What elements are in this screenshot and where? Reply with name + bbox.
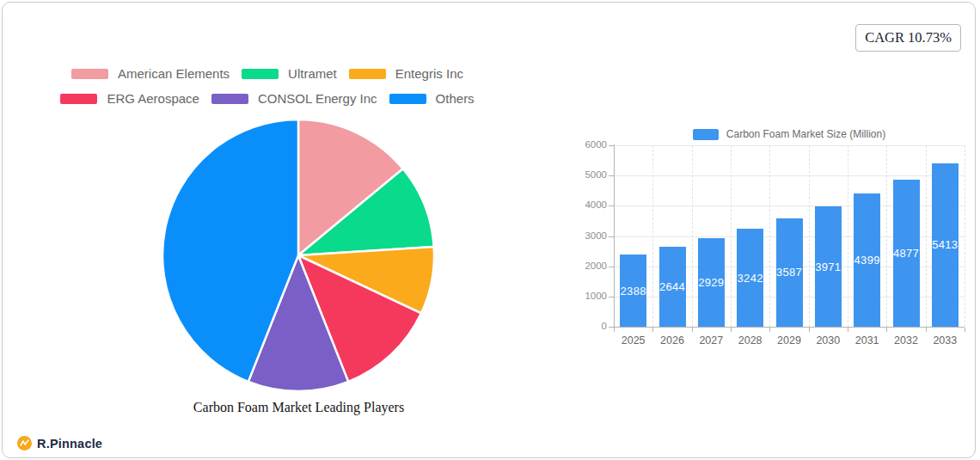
x-tick (809, 328, 810, 332)
h-gridline (614, 145, 965, 146)
x-tick (965, 328, 965, 332)
pie-legend: American ElementsUltrametEntegris IncERG… (0, 66, 535, 106)
legend-label: CONSOL Energy Inc (258, 91, 377, 106)
bar-2029[interactable]: 3587 (776, 218, 803, 327)
bar-value-label: 3242 (738, 272, 763, 285)
legend-label: Entegris Inc (395, 66, 463, 81)
bar-2028[interactable]: 3242 (737, 229, 763, 327)
legend-item-erg-aerospace[interactable]: ERG Aerospace (60, 91, 199, 106)
report-page: CAGR 10.73% American ElementsUltrametEnt… (0, 0, 980, 460)
bar-legend-swatch (693, 129, 719, 140)
legend-swatch (242, 69, 279, 79)
x-axis-label: 2032 (886, 334, 926, 347)
brand-name: R.Pinnacle (37, 437, 102, 451)
bar-2026[interactable]: 2644 (659, 247, 686, 327)
x-tick (692, 328, 693, 332)
legend-label: Others (436, 91, 475, 106)
x-tick (848, 328, 848, 332)
bar-chart: Carbon Foam Market Size (Million) 238826… (571, 125, 980, 353)
x-axis-label: 2028 (731, 334, 770, 347)
v-gridline (652, 145, 653, 327)
legend-swatch (211, 94, 248, 104)
y-axis-label: 6000 (571, 139, 607, 150)
bar-plot-area: 238826442929324235873971439948775413 (614, 145, 965, 327)
pie-chart-title: Carbon Foam Market Leading Players (32, 400, 566, 415)
bar-value-label: 4877 (893, 247, 919, 260)
legend-item-entegris-inc[interactable]: Entegris Inc (349, 66, 463, 81)
bar-2033[interactable]: 5413 (932, 163, 959, 327)
bar-2032[interactable]: 4877 (893, 180, 920, 328)
legend-swatch (71, 69, 108, 79)
bar-value-label: 3587 (776, 266, 802, 279)
v-gridline (769, 145, 770, 327)
h-gridline (614, 175, 965, 176)
x-tick (652, 328, 653, 332)
x-axis-label: 2031 (848, 334, 887, 347)
legend-item-ultramet[interactable]: Ultramet (242, 66, 337, 81)
v-gridline (809, 145, 810, 327)
bar-value-label: 3971 (815, 261, 841, 273)
legend-swatch (389, 94, 426, 104)
y-axis-label: 2000 (571, 261, 607, 271)
zigzag-spark-icon (17, 436, 32, 451)
bar-value-label: 2929 (698, 276, 724, 289)
legend-item-others[interactable]: Others (389, 91, 475, 106)
bar-value-label: 2388 (621, 285, 646, 297)
v-gridline (848, 145, 848, 327)
legend-label: ERG Aerospace (107, 91, 199, 106)
legend-label: American Elements (118, 66, 230, 81)
pie-legend-row: American ElementsUltrametEntegris Inc (71, 66, 463, 81)
y-axis-label: 5000 (571, 169, 607, 180)
x-axis-line (609, 327, 965, 328)
x-tick (769, 328, 770, 332)
v-gridline (731, 145, 732, 327)
x-tick (886, 328, 887, 332)
bar-2030[interactable]: 3971 (815, 206, 842, 327)
y-axis-label: 3000 (571, 230, 607, 241)
bar-legend-label: Carbon Foam Market Size (Million) (726, 128, 885, 140)
x-axis-label: 2033 (925, 334, 965, 347)
y-axis-label: 0 (571, 321, 607, 331)
v-gridline (965, 145, 965, 327)
legend-item-american-elements[interactable]: American Elements (71, 66, 230, 81)
x-axis-label: 2026 (652, 334, 692, 347)
x-tick (926, 328, 927, 332)
brand-logo: R.Pinnacle (17, 436, 102, 451)
x-axis-label: 2029 (769, 334, 809, 347)
x-axis-label: 2030 (808, 334, 848, 347)
y-axis-label: 1000 (571, 291, 607, 301)
legend-swatch (349, 69, 386, 79)
legend-label: Ultramet (288, 66, 337, 81)
v-gridline (926, 145, 927, 327)
x-axis-label: 2027 (691, 334, 731, 347)
x-tick (731, 328, 732, 332)
bar-value-label: 5413 (932, 238, 958, 251)
legend-swatch (60, 94, 97, 104)
bar-2031[interactable]: 4399 (854, 193, 880, 327)
v-gridline (692, 145, 693, 327)
bar-2025[interactable]: 2388 (620, 255, 646, 327)
x-axis-label: 2025 (614, 334, 653, 347)
pie-chart (160, 117, 437, 394)
v-gridline (886, 145, 887, 327)
bar-2027[interactable]: 2929 (698, 238, 725, 327)
cagr-badge: CAGR 10.73% (855, 24, 961, 52)
y-axis-label: 4000 (571, 199, 607, 210)
y-axis-line (614, 144, 615, 331)
bar-value-label: 2644 (659, 280, 685, 293)
bar-legend-item[interactable]: Carbon Foam Market Size (Million) (614, 128, 965, 140)
bar-value-label: 4399 (854, 254, 880, 267)
pie-legend-row: ERG AerospaceCONSOL Energy IncOthers (60, 91, 474, 106)
legend-item-consol-energy-inc[interactable]: CONSOL Energy Inc (211, 91, 377, 106)
